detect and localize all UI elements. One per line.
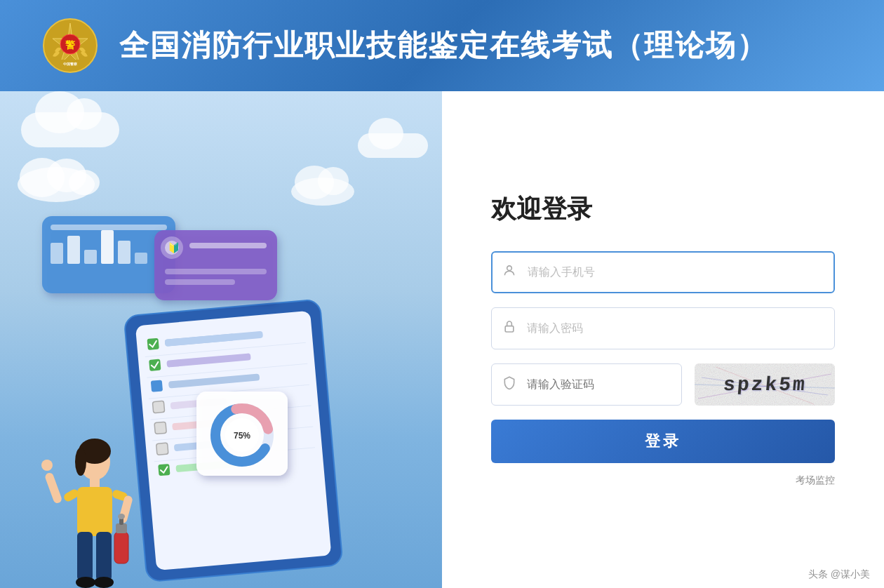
svg-rect-44 bbox=[165, 279, 235, 285]
svg-rect-65 bbox=[114, 532, 128, 563]
illustration-panel: 🔰 75% bbox=[0, 91, 442, 588]
phone-input-group bbox=[491, 251, 835, 293]
svg-point-72 bbox=[69, 170, 100, 195]
svg-text:75%: 75% bbox=[234, 431, 250, 441]
svg-rect-61 bbox=[77, 532, 93, 581]
cloud-shape-1 bbox=[18, 158, 100, 202]
svg-rect-35 bbox=[101, 230, 114, 264]
svg-point-53 bbox=[75, 448, 86, 476]
monitor-link[interactable]: 考场监控 bbox=[491, 474, 835, 487]
main-content: 🔰 75% bbox=[0, 91, 884, 588]
captcha-image[interactable]: spzk5m bbox=[695, 363, 835, 406]
svg-rect-43 bbox=[165, 269, 267, 274]
cloud-1 bbox=[21, 112, 119, 147]
svg-rect-31 bbox=[51, 225, 167, 230]
svg-text:🔰: 🔰 bbox=[168, 242, 180, 254]
svg-text:警: 警 bbox=[65, 39, 76, 51]
header-title: 全国消防行业职业技能鉴定在线考试（理论场） bbox=[119, 26, 768, 65]
cloud-shape-2 bbox=[291, 166, 354, 206]
svg-point-68 bbox=[118, 514, 125, 519]
svg-rect-20 bbox=[156, 443, 168, 455]
shield-icon bbox=[502, 376, 516, 394]
captcha-input[interactable] bbox=[491, 363, 682, 406]
svg-rect-55 bbox=[77, 487, 112, 536]
svg-rect-33 bbox=[67, 236, 80, 264]
svg-text:中国警察: 中国警察 bbox=[63, 62, 78, 66]
svg-rect-36 bbox=[118, 241, 130, 264]
svg-point-58 bbox=[41, 460, 53, 471]
svg-rect-9 bbox=[147, 338, 159, 350]
svg-rect-18 bbox=[154, 422, 166, 434]
svg-rect-42 bbox=[189, 243, 267, 248]
svg-point-75 bbox=[318, 167, 349, 195]
svg-rect-22 bbox=[158, 464, 170, 476]
right-panel: 欢迎登录 bbox=[442, 91, 884, 588]
password-input[interactable] bbox=[491, 307, 835, 349]
svg-rect-14 bbox=[151, 380, 163, 392]
svg-rect-77 bbox=[505, 326, 514, 332]
svg-point-64 bbox=[94, 577, 114, 588]
svg-point-76 bbox=[507, 266, 512, 271]
password-input-group bbox=[491, 307, 835, 349]
header: 警 中国警察 全国消防行业职业技能鉴定在线考试（理论场） bbox=[0, 0, 884, 91]
captcha-row: spzk5m bbox=[491, 363, 835, 406]
svg-rect-62 bbox=[96, 532, 112, 581]
phone-input[interactable] bbox=[491, 251, 835, 293]
user-icon bbox=[502, 264, 516, 281]
svg-rect-32 bbox=[51, 243, 63, 264]
svg-rect-16 bbox=[152, 401, 164, 413]
svg-rect-12 bbox=[149, 359, 161, 371]
svg-rect-34 bbox=[84, 250, 97, 264]
svg-rect-66 bbox=[116, 523, 127, 533]
svg-rect-57 bbox=[44, 472, 63, 504]
watermark: 头条 @谋小美 bbox=[808, 568, 870, 581]
svg-point-63 bbox=[76, 577, 95, 588]
lock-icon bbox=[502, 320, 516, 338]
captcha-text: spzk5m bbox=[722, 374, 808, 396]
police-badge-logo: 警 中国警察 bbox=[42, 18, 98, 74]
welcome-title: 欢迎登录 bbox=[491, 192, 835, 227]
login-box: 欢迎登录 bbox=[491, 192, 835, 487]
main-illustration: 🔰 75% bbox=[0, 153, 407, 588]
login-button[interactable]: 登录 bbox=[491, 420, 835, 463]
svg-rect-37 bbox=[135, 253, 147, 264]
